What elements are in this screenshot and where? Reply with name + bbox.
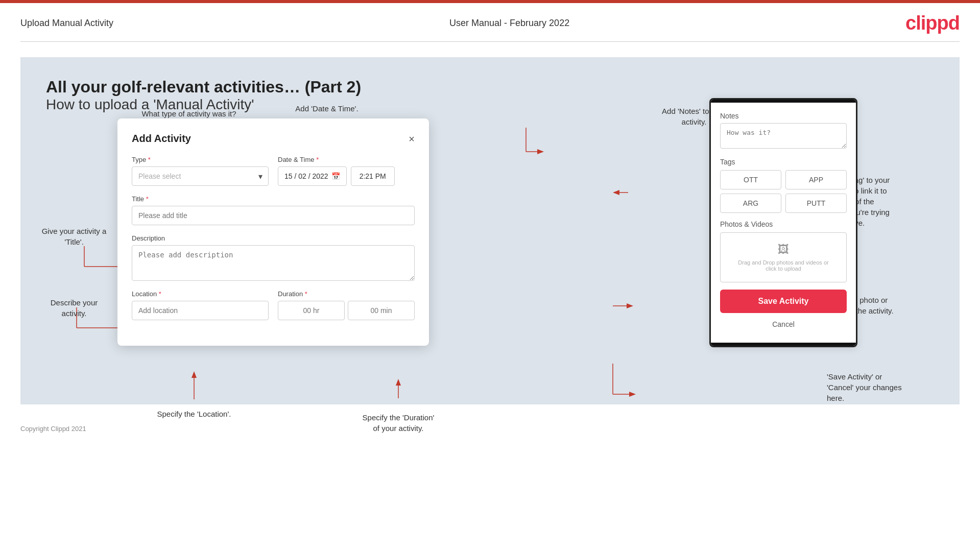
type-select[interactable]: Please select [132,166,269,186]
svg-marker-19 [537,149,544,154]
duration-min-input[interactable] [348,301,415,320]
svg-marker-16 [396,379,401,386]
title-group: Title * [132,195,415,225]
datetime-group: Date & Time * 15 / 02 / 2022 📅 2:21 PM [278,156,415,186]
location-label: Location * [132,290,269,298]
location-input[interactable] [132,301,269,320]
annotation-description: Describe youractivity. [36,297,112,319]
description-group: Description [132,234,415,281]
annotation-datetime: Add 'Date & Time'. [271,103,383,114]
location-required: * [159,290,161,298]
modal-close-button[interactable]: × [409,134,415,144]
header-logo: clippd [905,12,960,34]
description-label: Description [132,234,415,242]
datetime-inputs: 15 / 02 / 2022 📅 2:21 PM [278,166,415,186]
annotation-title: Give your activity a'Title'. [36,226,112,247]
svg-marker-14 [192,371,197,378]
type-label: Type * [132,156,269,163]
calendar-icon[interactable]: 📅 [331,172,340,180]
header-left: Upload Manual Activity [20,18,113,29]
tag-putt[interactable]: PUTT [785,194,847,213]
photos-section-label: Photos & Videos [720,220,847,228]
modal-header: Add Activity × [132,133,415,145]
duration-group-container: Duration * [278,290,415,320]
notes-section-label: Notes [720,112,847,120]
duration-hr-input[interactable] [278,301,345,320]
upload-text: Drag and Drop photos and videos orclick … [727,259,840,272]
tag-ott[interactable]: OTT [720,170,781,189]
svg-marker-26 [629,392,636,397]
copyright: Copyright Clippd 2021 [20,425,86,433]
header-center: User Manual - February 2022 [449,18,569,29]
upload-area[interactable]: 🖼 Drag and Drop photos and videos orclic… [720,232,847,282]
add-activity-modal: Add Activity × Type * Please select Date… [117,118,429,346]
tag-arg[interactable]: ARG [720,194,781,213]
header-divider [20,41,960,42]
location-group: Location * [132,290,269,320]
time-input[interactable]: 2:21 PM [351,166,395,186]
mobile-panel: Notes Tags OTT APP ARG PUTT Photos & Vid… [709,98,857,347]
svg-marker-23 [627,303,633,308]
title-input[interactable] [132,206,415,225]
tags-section-label: Tags [720,158,847,166]
title-label: Title * [132,195,415,203]
main-content: All your golf-relevant activities… (Part… [20,57,960,404]
notes-textarea[interactable] [720,123,847,149]
annotation-save-cancel: 'Save Activity' or'Cancel' your changesh… [827,371,944,403]
annotation-location: Specify the 'Location'. [143,409,245,419]
mobile-bottom-bar [711,343,856,346]
duration-label: Duration * [278,290,415,298]
upload-icon: 🖼 [727,243,840,256]
location-duration-row: Location * Duration * [132,290,415,320]
datetime-label: Date & Time * [278,156,415,163]
page-title-bold: All your golf-relevant activities… (Part… [46,78,934,97]
type-required: * [148,156,151,163]
modal-title: Add Activity [132,133,191,145]
svg-marker-21 [613,190,619,195]
type-datetime-row: Type * Please select Date & Time * 15 / … [132,156,415,186]
cancel-link[interactable]: Cancel [720,318,847,330]
tags-grid: OTT APP ARG PUTT [720,170,847,213]
duration-inputs [278,301,415,320]
save-activity-button[interactable]: Save Activity [720,290,847,313]
date-input[interactable]: 15 / 02 / 2022 📅 [278,166,347,186]
tag-app[interactable]: APP [785,170,847,189]
type-select-wrapper: Please select [132,166,269,186]
type-group: Type * Please select [132,156,269,186]
duration-required: * [305,290,307,298]
header: Upload Manual Activity User Manual - Feb… [0,3,980,41]
mobile-panel-inner: Notes Tags OTT APP ARG PUTT Photos & Vid… [711,103,856,343]
description-textarea[interactable] [132,245,415,281]
annotation-duration: Specify the 'Duration'of your activity. [337,412,460,434]
footer: Copyright Clippd 2021 [0,420,980,438]
datetime-required: * [316,156,319,163]
date-value: 15 / 02 / 2022 [284,172,328,180]
title-required: * [146,195,149,203]
time-value: 2:21 PM [360,172,386,180]
